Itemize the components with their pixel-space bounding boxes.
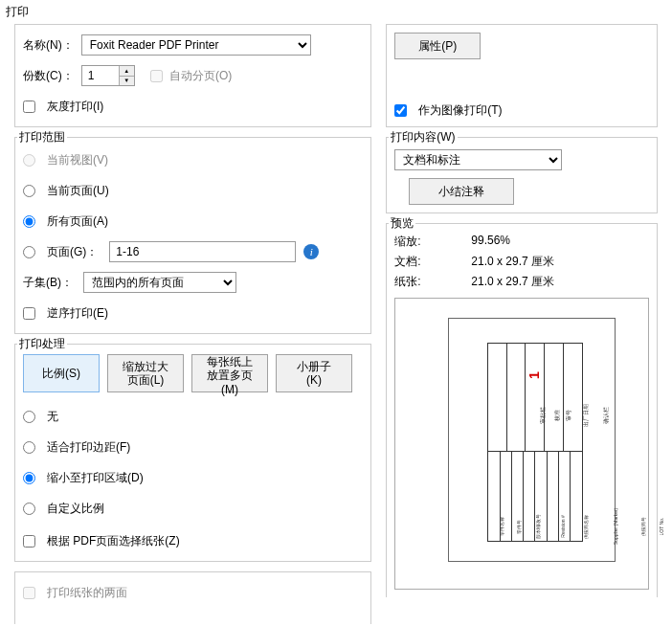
choose-paper-checkbox[interactable] (23, 535, 35, 548)
printer-select[interactable]: Foxit Reader PDF Printer (81, 34, 311, 56)
scale-none-radio[interactable] (23, 411, 35, 423)
summarize-button[interactable]: 小结注释 (409, 178, 514, 205)
content-group: 打印内容(W) 文档和标注 小结注释 (386, 137, 658, 213)
preview-legend: 预览 (389, 215, 415, 232)
pages-radio[interactable] (23, 246, 35, 258)
range-group: 打印范围 当前视图(V) 当前页面(U) 所有页面(A) 页面(G)： i 子集… (14, 137, 371, 334)
tab-scale[interactable]: 比例(S) (23, 354, 100, 392)
current-view-radio (23, 154, 35, 167)
subset-select[interactable]: 范围内的所有页面 (83, 272, 236, 293)
preview-area: 1 审批栏 校准 审号 出厂日期 确认栏 零件名称 零件号 版本/修改号 (394, 298, 649, 590)
scale-shrink-radio[interactable] (23, 472, 35, 484)
name-label: 名称(N)： (23, 37, 74, 54)
scale-custom-label: 自定义比例 (47, 501, 104, 517)
content-select[interactable]: 文档和标注 (394, 149, 562, 170)
reverse-label: 逆序打印(E) (47, 305, 108, 322)
page-number: 1 (526, 371, 542, 379)
all-pages-radio[interactable] (23, 215, 35, 228)
collate-checkbox (150, 70, 163, 82)
content-legend: 打印内容(W) (389, 129, 457, 145)
as-image-checkbox[interactable] (394, 104, 407, 117)
as-image-label: 作为图像打印(T) (418, 102, 502, 119)
duplex-group: 打印纸张的两面 (14, 571, 371, 624)
tab-booklet[interactable]: 小册子(K) (276, 354, 352, 392)
spin-up-icon[interactable]: ▲ (119, 66, 134, 77)
all-pages-label: 所有页面(A) (47, 213, 108, 230)
scale-shrink-label: 缩小至打印区域(D) (47, 470, 144, 486)
dialog-title: 打印 (0, 0, 672, 24)
scale-fit-radio[interactable] (23, 441, 35, 454)
reverse-checkbox[interactable] (23, 307, 35, 320)
preview-top-labels: 审批栏 校准 审号 出厂日期 确认栏 (534, 411, 580, 419)
doc-label: 文档: (394, 254, 433, 270)
preview-sheet: 1 审批栏 校准 审号 出厂日期 确认栏 零件名称 零件号 版本/修改号 (448, 318, 616, 562)
top-right-group: 属性(P) 作为图像打印(T) (386, 24, 658, 127)
tab-large[interactable]: 缩放过大 页面(L) (107, 354, 184, 392)
paper-label: 纸张: (394, 274, 433, 290)
doc-value: 21.0 x 29.7 厘米 (471, 254, 554, 270)
choose-paper-label: 根据 PDF页面选择纸张(Z) (47, 533, 180, 549)
scale-fit-label: 适合打印边距(F) (47, 439, 130, 456)
grayscale-checkbox[interactable] (23, 101, 35, 113)
printer-group: 名称(N)： Foxit Reader PDF Printer 份数(C)： ▲… (14, 24, 371, 127)
zoom-value: 99.56% (471, 234, 510, 250)
current-page-radio[interactable] (23, 185, 35, 197)
preview-group: 预览 缩放: 99.56% 文档: 21.0 x 29.7 厘米 纸张: 21.… (386, 223, 658, 597)
duplex-label: 打印纸张的两面 (47, 585, 127, 601)
scale-custom-radio[interactable] (23, 503, 35, 515)
spin-down-icon[interactable]: ▼ (119, 77, 134, 86)
properties-button[interactable]: 属性(P) (394, 33, 481, 59)
paper-value: 21.0 x 29.7 厘米 (471, 274, 554, 290)
zoom-label: 缩放: (394, 234, 433, 250)
current-view-label: 当前视图(V) (47, 152, 108, 168)
pages-label: 页面(G)： (47, 244, 98, 260)
info-icon[interactable]: i (303, 244, 319, 259)
handling-legend: 打印处理 (17, 336, 67, 352)
subset-label: 子集(B)： (23, 275, 76, 291)
current-page-label: 当前页面(U) (47, 183, 109, 199)
copies-label: 份数(C)： (23, 68, 74, 84)
handling-group: 打印处理 比例(S) 缩放过大 页面(L) 每张纸上 放置多页(M) 小册子(K… (14, 344, 371, 562)
range-legend: 打印范围 (17, 129, 67, 145)
tab-multi[interactable]: 每张纸上 放置多页(M) (191, 354, 268, 392)
preview-bot-labels: 零件名称 零件号 版本/修改号 Revision # 供应商名称 Supplie… (492, 524, 580, 529)
grayscale-label: 灰度打印(I) (47, 99, 103, 115)
duplex-checkbox (23, 587, 35, 599)
pages-input[interactable] (109, 241, 296, 262)
scale-none-label: 无 (47, 409, 58, 425)
collate-label: 自动分页(O) (169, 69, 232, 82)
